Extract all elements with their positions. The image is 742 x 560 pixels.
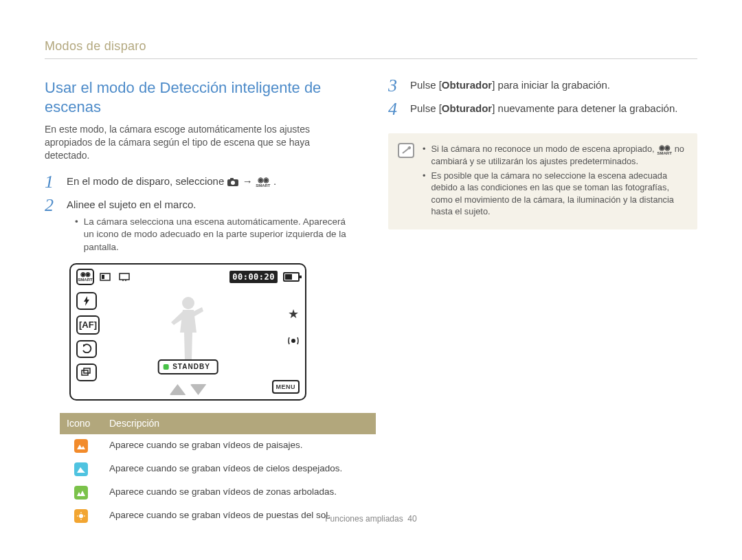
text-bold: Obturador <box>442 102 492 114</box>
step-number: 3 <box>388 77 403 95</box>
text-bold: Obturador <box>442 79 492 91</box>
timer-button <box>76 340 97 358</box>
star-icon: ★ <box>288 306 299 322</box>
record-status-dot <box>163 364 168 370</box>
subject-silhouette <box>168 295 209 363</box>
footer-section: Funciones ampliadas <box>325 514 403 524</box>
signal-icon <box>287 335 300 349</box>
standby-label: STANDBY <box>172 362 210 372</box>
svg-marker-16 <box>77 491 85 496</box>
text: . <box>273 175 276 187</box>
step-2-text: Alinee el sujeto en el marco. <box>67 198 354 212</box>
text: → <box>243 175 256 187</box>
section-header: Modos de disparo <box>45 38 697 59</box>
step-number: 2 <box>45 197 60 255</box>
intro-text: En este modo, la cámara escoge automátic… <box>45 123 354 162</box>
record-time: 00:00:20 <box>229 271 278 283</box>
table-header-desc: Descripción <box>102 413 376 434</box>
display-icon <box>116 269 133 284</box>
text: Pulse [ <box>410 102 442 114</box>
step-3: 3 Pulse [Obturador] para iniciar la grab… <box>388 78 697 95</box>
step-3-text: Pulse [Obturador] para iniciar la grabac… <box>410 78 697 95</box>
svg-marker-15 <box>77 467 85 473</box>
step-4: 4 Pulse [Obturador] nuevamente para dete… <box>388 102 697 118</box>
text: La cámara selecciona una escena automáti… <box>84 216 354 254</box>
step-2: 2 Alinee el sujeto en el marco. La cámar… <box>45 198 354 255</box>
text: ] nuevamente para detener la grabación. <box>492 102 677 114</box>
svg-point-2 <box>231 181 235 185</box>
text: Pulse [ <box>410 79 442 91</box>
svg-rect-5 <box>120 273 129 280</box>
sky-scene-icon <box>74 462 88 476</box>
camera-mode-icon <box>227 177 239 188</box>
svg-rect-1 <box>230 178 234 180</box>
table-cell-desc: Aparece cuando se graban vídeos de paisa… <box>102 434 376 458</box>
af-button: [AF] <box>76 315 100 335</box>
camera-display-illustration: ◉◉ SMART 00:00:20 [AF] <box>69 263 306 401</box>
battery-icon <box>283 272 300 282</box>
step-1-text: En el modo de disparo, seleccione → ◉◉SM… <box>67 175 354 191</box>
table-header-icon: Icono <box>60 413 102 434</box>
svg-rect-4 <box>102 275 104 279</box>
scene-icon-table: Icono Descripción Aparece cuando se grab… <box>60 413 376 529</box>
arrow-up-icon <box>170 384 186 395</box>
step-number: 1 <box>45 173 60 191</box>
arrow-down-icon <box>190 384 207 395</box>
table-cell-desc: Aparece cuando se graban vídeos de cielo… <box>102 458 376 481</box>
note-box: Si la cámara no reconoce un modo de esce… <box>388 133 697 229</box>
step-2-bullet: La cámara selecciona una escena automáti… <box>75 216 354 254</box>
text: ] para iniciar la grabación. <box>492 79 610 91</box>
forest-scene-icon <box>74 486 88 500</box>
svg-point-13 <box>182 297 194 309</box>
burst-button <box>76 363 97 381</box>
note-icon <box>398 143 414 158</box>
note-item: Es posible que la cámara no seleccione l… <box>423 170 686 217</box>
step-1: 1 En el modo de disparo, seleccione → ◉◉… <box>45 175 354 191</box>
smart-mode-icon: ◉◉SMART <box>256 177 271 188</box>
page-footer: Funciones ampliadas 40 <box>45 513 697 524</box>
note-item: Si la cámara no reconoce un modo de esce… <box>423 143 686 167</box>
text: Si la cámara no reconoce un modo de esce… <box>431 144 657 154</box>
svg-marker-8 <box>84 296 89 306</box>
standby-indicator: STANDBY <box>157 359 218 374</box>
table-cell-desc: Aparece cuando se graban vídeos de zonas… <box>102 481 376 504</box>
nav-arrows <box>170 384 207 395</box>
footer-page-number: 40 <box>407 514 416 524</box>
step-number: 4 <box>388 100 403 118</box>
menu-button: MENU <box>272 380 300 394</box>
smart-mode-indicator: ◉◉ SMART <box>76 269 94 285</box>
smart-mode-icon: ◉◉SMART <box>657 144 672 155</box>
text: En el modo de disparo, seleccione <box>67 175 227 187</box>
text: Es posible que la cámara no seleccione l… <box>431 170 686 217</box>
landscape-scene-icon <box>74 439 88 453</box>
hdr-icon <box>97 269 113 284</box>
step-4-text: Pulse [Obturador] nuevamente para detene… <box>410 102 697 118</box>
page-title: Usar el modo de Detección inteligente de… <box>45 78 354 116</box>
table-row: Aparece cuando se graban vídeos de paisa… <box>60 434 376 458</box>
table-row: Aparece cuando se graban vídeos de zonas… <box>60 481 376 504</box>
svg-point-12 <box>291 339 295 343</box>
svg-marker-14 <box>77 445 85 449</box>
flash-button <box>76 292 97 310</box>
table-row: Aparece cuando se graban vídeos de cielo… <box>60 458 376 481</box>
